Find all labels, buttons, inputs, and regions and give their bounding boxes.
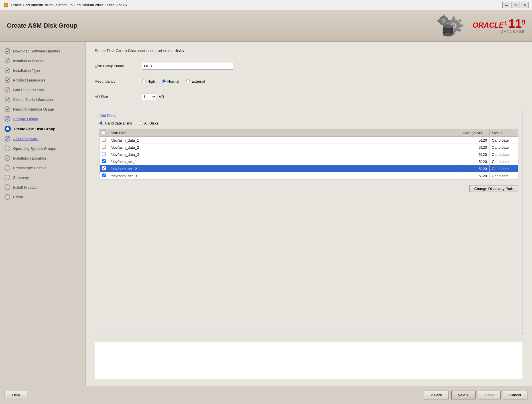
- au-size-select[interactable]: 1 2 4 8: [142, 93, 156, 100]
- row-checkbox-cell-3[interactable]: [100, 151, 108, 158]
- back-button[interactable]: < Back: [424, 391, 448, 399]
- sidebar-item-product-languages: Product Languages: [0, 75, 85, 85]
- help-button[interactable]: Help: [5, 391, 27, 399]
- add-disks-section: Add Disks Candidate Disks All Disks: [95, 110, 523, 334]
- sidebar-item-storage-option[interactable]: Storage Option: [0, 114, 85, 124]
- col-header-size: Size (in MB): [461, 129, 490, 137]
- row-3-checkbox[interactable]: [102, 152, 106, 156]
- sidebar-label-installation-type: Installation Type: [13, 68, 40, 73]
- row-checkbox-cell-5[interactable]: [100, 165, 108, 172]
- sidebar-item-grid-plug-and-play: Grid Plug and Play: [0, 85, 85, 95]
- maximize-button[interactable]: □: [511, 2, 519, 8]
- disk-group-name-input[interactable]: [142, 62, 233, 70]
- install-button[interactable]: Install: [478, 391, 501, 399]
- table-row[interactable]: /dev/asm_ocr_3 5120 Candidate: [100, 172, 518, 179]
- section-instructions: Select Disk Group Characteristics and se…: [95, 48, 523, 53]
- all-disks-radio[interactable]: [139, 121, 143, 125]
- check-icon-6: [5, 97, 9, 101]
- oracle-g: g: [522, 18, 525, 25]
- sidebar-label-product-languages: Product Languages: [13, 78, 45, 82]
- disk-group-name-label: Disk Group Name: [95, 64, 137, 68]
- sidebar-item-cluster-node: Cluster Node Information: [0, 95, 85, 104]
- sidebar-label-grid-plug: Grid Plug and Play: [13, 88, 44, 92]
- step-icon-installation-option: [5, 58, 10, 64]
- candidate-disks-option[interactable]: Candidate Disks: [100, 121, 132, 125]
- sidebar-label-installation-option: Installation Option: [13, 59, 43, 63]
- minimize-button[interactable]: —: [502, 2, 510, 8]
- row-6-status: Candidate: [490, 172, 518, 179]
- step-icon-network: [5, 106, 10, 112]
- redundancy-group: Redundancy High Normal External: [95, 79, 523, 83]
- check-icon-5: [5, 88, 9, 92]
- au-size-unit: MB: [159, 95, 164, 99]
- row-6-checkbox[interactable]: [102, 174, 106, 177]
- sidebar-label-asm-password[interactable]: ASM Password: [13, 137, 38, 141]
- candidate-disks-label: Candidate Disks: [105, 121, 132, 125]
- table-row[interactable]: /dev/asm_ocr_2 5120 Candidate: [100, 165, 518, 172]
- row-3-size: 5120: [461, 151, 490, 158]
- redundancy-external[interactable]: External: [186, 79, 205, 83]
- row-2-checkbox[interactable]: [102, 145, 106, 149]
- oracle-brand: ORACLE® 11g DATABASE: [472, 18, 525, 34]
- check-icon-2: [5, 59, 9, 63]
- all-disks-option[interactable]: All Disks: [139, 121, 159, 125]
- redundancy-normal-radio[interactable]: [162, 79, 166, 83]
- table-header-row: Disk Path Size (in MB) Status: [100, 129, 518, 137]
- all-disks-label: All Disks: [144, 121, 159, 125]
- redundancy-radio-group: High Normal External: [142, 79, 205, 83]
- cancel-button[interactable]: Cancel: [503, 391, 527, 399]
- table-row[interactable]: /dev/asm_data_2 5120 Candidate: [100, 144, 518, 151]
- au-size-control: 1 2 4 8 MB: [142, 93, 164, 100]
- sidebar-item-download-software-updates: Download Software Updates: [0, 46, 85, 56]
- table-row[interactable]: /dev/asm_ocr_1 5120 Candidate: [100, 158, 518, 165]
- next-button[interactable]: Next >: [451, 391, 476, 399]
- help-text-area: [95, 342, 523, 379]
- close-button[interactable]: ✕: [521, 2, 529, 8]
- sidebar-label-create-asm: Create ASM Disk Group: [14, 127, 55, 131]
- check-icon-3: [5, 68, 9, 72]
- row-checkbox-cell-2[interactable]: [100, 144, 108, 151]
- row-4-checkbox[interactable]: [102, 159, 106, 163]
- svg-rect-18: [437, 20, 440, 22]
- add-disks-title: Add Disks: [100, 113, 518, 118]
- svg-rect-8: [459, 25, 463, 27]
- content-area: Select Disk Group Characteristics and se…: [86, 42, 532, 386]
- redundancy-high[interactable]: High: [142, 79, 155, 83]
- sidebar-item-asm-password[interactable]: ASM Password: [0, 134, 85, 144]
- sidebar-label-storage[interactable]: Storage Option: [13, 117, 38, 121]
- svg-rect-19: [447, 20, 450, 22]
- candidate-disks-radio[interactable]: [100, 121, 103, 125]
- row-checkbox-cell-1[interactable]: [100, 137, 108, 144]
- sidebar-item-prerequisite-checks: Prerequisite Checks: [0, 163, 85, 173]
- oracle-version: 11g: [508, 18, 525, 30]
- redundancy-external-label: External: [192, 79, 205, 83]
- redundancy-external-radio[interactable]: [186, 79, 190, 83]
- title-bar: Oracle Grid Infrastructure - Setting up …: [0, 0, 532, 10]
- step-icon-prerequisite: [5, 165, 10, 171]
- step-icon-installation-type: [5, 68, 10, 73]
- svg-point-1: [5, 4, 7, 6]
- row-1-checkbox[interactable]: [102, 138, 106, 142]
- row-4-size: 5120: [461, 158, 490, 165]
- row-3-status: Candidate: [490, 151, 518, 158]
- row-5-checkbox[interactable]: [102, 166, 106, 170]
- row-2-size: 5120: [461, 144, 490, 151]
- au-size-label: AU Size: [95, 95, 137, 99]
- disk-group-name-underline-char: D: [95, 64, 97, 68]
- select-all-checkbox[interactable]: [102, 130, 106, 134]
- check-icon: [5, 49, 9, 53]
- redundancy-normal[interactable]: Normal: [162, 79, 179, 83]
- redundancy-high-radio[interactable]: [142, 79, 146, 83]
- table-row[interactable]: /dev/asm_data_3 5120 Candidate: [100, 151, 518, 158]
- change-discovery-path-button[interactable]: Change Discovery Path: [469, 185, 518, 192]
- table-row[interactable]: /dev/asm_data_1 5120 Candidate: [100, 137, 518, 144]
- row-4-path: /dev/asm_ocr_1: [108, 158, 461, 165]
- row-checkbox-cell-4[interactable]: [100, 158, 108, 165]
- sidebar-item-install-product: Install Product: [0, 182, 85, 192]
- row-checkbox-cell-6[interactable]: [100, 172, 108, 179]
- title-bar-left: Oracle Grid Infrastructure - Setting up …: [3, 3, 127, 8]
- wrench-icon: [5, 117, 9, 121]
- sidebar-label-cluster-node: Cluster Node Information: [13, 97, 54, 102]
- row-5-status: Candidate: [490, 165, 518, 172]
- step-icon-install-product: [5, 184, 10, 190]
